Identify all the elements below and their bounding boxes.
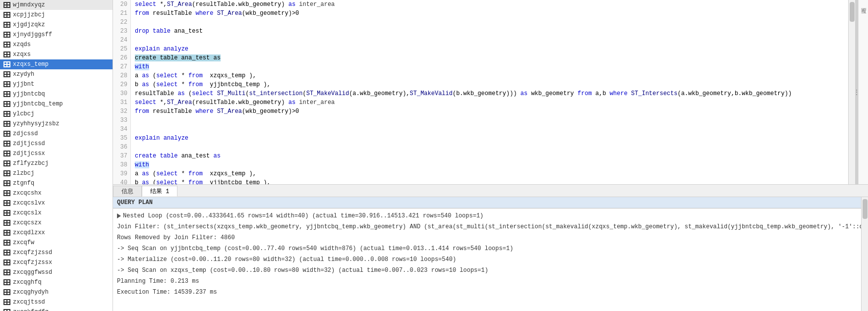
code-area[interactable]: select *,ST_Area(resultTable.wkb_geometr… <box>131 0 855 184</box>
code-editor[interactable]: 2021222324252627282930313233343536373839… <box>113 0 855 184</box>
code-line[interactable]: select *,ST_Area(resultTable.wkb_geometr… <box>135 0 855 9</box>
code-line[interactable]: with <box>135 160 855 169</box>
line-number: 34 <box>113 125 127 134</box>
sidebar-item-xcpjjzbcj[interactable]: xcpjjzbcj <box>0 10 113 20</box>
code-line[interactable]: create table ana_test as <box>135 152 855 160</box>
results-scrollbar[interactable] <box>861 197 868 311</box>
sidebar-item-label: zdjcssd <box>13 130 38 137</box>
code-line[interactable] <box>135 143 855 152</box>
code-line[interactable] <box>135 116 855 125</box>
tab-结果 1[interactable]: 结果 1 <box>142 186 177 197</box>
code-line[interactable]: a as (select * from xzqxs_temp ), <box>135 169 855 178</box>
sidebar-item-zxcqjtssd[interactable]: zxcqjtssd <box>0 297 113 307</box>
sidebar-item-zxcqcshx[interactable]: zxcqcshx <box>0 188 113 198</box>
sidebar-item-zflfyzzbcj[interactable]: zflfyzzbcj <box>0 158 113 168</box>
sidebar-item-wjmndxyqz[interactable]: wjmndxyqz <box>0 0 113 10</box>
code-line[interactable] <box>135 36 855 45</box>
editor-content: 2021222324252627282930313233343536373839… <box>113 0 855 184</box>
query-plan-row: Nested Loop (cost=0.00..4333641.65 rows=… <box>113 210 868 221</box>
line-number: 23 <box>113 27 127 36</box>
sidebar-item-xzqds[interactable]: xzqds <box>0 40 113 50</box>
code-line[interactable]: explain analyze <box>135 134 855 143</box>
table-icon <box>3 288 11 296</box>
sidebar-item-zxcqcslx[interactable]: zxcqcslx <box>0 208 113 218</box>
sidebar-item-ylcbcj[interactable]: ylcbcj <box>0 109 113 119</box>
line-number: 20 <box>113 0 127 9</box>
sidebar-item-label: xjgdjzqkz <box>13 21 45 28</box>
sidebar-item-zxcqfzjzssd[interactable]: zxcqfzjzssd <box>0 248 113 258</box>
table-icon <box>3 21 11 29</box>
sidebar-item-label: ztgnfq <box>13 180 34 187</box>
table-icon <box>3 229 11 237</box>
sidebar-item-xzqxs[interactable]: xzqxs <box>0 50 113 59</box>
table-icon <box>3 278 11 286</box>
sidebar-item-label: xzydyh <box>13 71 34 78</box>
sidebar-item-yjjbntcbq_temp[interactable]: yjjbntcbq_temp <box>0 99 113 109</box>
tab-信息[interactable]: 信息 <box>113 186 142 197</box>
line-number: 30 <box>113 89 127 98</box>
sidebar-item-label: zxcqggfwssd <box>13 269 52 276</box>
sidebar-item-zdjcssd[interactable]: zdjcssd <box>0 129 113 139</box>
sidebar-item-xzydyh[interactable]: xzydyh <box>0 69 113 79</box>
results-content[interactable]: Nested Loop (cost=0.00..4333641.65 rows=… <box>113 208 868 311</box>
sidebar: wjmndxyqzxcpjjzbcjxjgdjzqkzxjnydjggsffxz… <box>0 0 113 311</box>
scrollbar-thumb[interactable] <box>850 2 855 22</box>
sidebar-item-zlzbcj[interactable]: zlzbcj <box>0 168 113 178</box>
code-line[interactable]: select *,ST_Area(resultTable.wkb_geometr… <box>135 98 855 107</box>
sidebar-item-zdjtjcssx[interactable]: zdjtjcssx <box>0 149 113 158</box>
line-number: 32 <box>113 107 127 116</box>
code-line[interactable]: b as (select * from yjjbntcbq_temp ), <box>135 178 855 184</box>
line-number: 31 <box>113 98 127 107</box>
sidebar-item-zxcqghfq[interactable]: zxcqghfq <box>0 277 113 287</box>
line-number: 35 <box>113 134 127 143</box>
sidebar-item-zdjtjcssd[interactable]: zdjtjcssd <box>0 139 113 149</box>
table-icon <box>3 70 11 78</box>
table-icon <box>3 199 11 207</box>
code-line[interactable]: from resultTable where ST_Area(wkb_geome… <box>135 107 855 116</box>
sidebar-item-xjnydjggsff[interactable]: xjnydjggsff <box>0 30 113 40</box>
query-plan-row: Rows Removed by Join Filter: 4860 <box>113 232 868 243</box>
tab-bar: 信息结果 1 <box>113 184 868 197</box>
sidebar-item-label: zdjtjcssd <box>13 140 45 147</box>
sidebar-item-yjjbnt[interactable]: yjjbnt <box>0 79 113 89</box>
sidebar-item-zxcqkfqdfq[interactable]: zxcqkfqdfq <box>0 307 113 311</box>
line-number: 33 <box>113 116 127 125</box>
sidebar-item-zxcqdlzxx[interactable]: zxcqdlzxx <box>0 228 113 238</box>
code-line[interactable]: create table ana_test as <box>135 53 855 62</box>
code-line[interactable]: from resultTable where ST_Area(wkb_geome… <box>135 9 855 18</box>
table-icon <box>3 90 11 98</box>
code-line[interactable]: explain analyze <box>135 45 855 53</box>
code-line[interactable]: with <box>135 62 855 71</box>
editor-scrollbar[interactable] <box>848 0 855 184</box>
sidebar-item-xzqxs_temp[interactable]: xzqxs_temp <box>0 59 113 69</box>
sidebar-item-label: xzqxs_temp <box>13 61 49 68</box>
sidebar-item-ztgnfq[interactable]: ztgnfq <box>0 178 113 188</box>
sidebar-item-zxcqghydyh[interactable]: zxcqghydyh <box>0 287 113 297</box>
sidebar-item-yzyhhysyjzsbz[interactable]: yzyhhysyjzsbz <box>0 119 113 129</box>
sidebar-item-yjjbntcbq[interactable]: yjjbntcbq <box>0 89 113 99</box>
line-number: 26 <box>113 53 127 62</box>
code-line[interactable]: drop table ana_test <box>135 27 855 36</box>
sidebar-item-label: zxcqcshx <box>13 190 42 197</box>
table-icon <box>3 150 11 157</box>
sidebar-item-zxcqcszx[interactable]: zxcqcszx <box>0 218 113 228</box>
code-line[interactable]: b as (select * from yjjbntcbq_temp ), <box>135 80 855 89</box>
sidebar-item-zxcqggfwssd[interactable]: zxcqggfwssd <box>0 267 113 277</box>
code-line[interactable]: a as (select * from xzqxs_temp ), <box>135 71 855 80</box>
sidebar-item-label: zdjtjcssx <box>13 150 45 157</box>
sidebar-item-zxcqcslvx[interactable]: zxcqcslvx <box>0 198 113 208</box>
sidebar-item-xjgdjzqkz[interactable]: xjgdjzqkz <box>0 20 113 30</box>
table-icon <box>3 239 11 247</box>
code-line[interactable] <box>135 125 855 134</box>
code-line[interactable] <box>135 18 855 27</box>
sidebar-item-label: zxcqghydyh <box>13 289 49 296</box>
results-scrollbar-thumb[interactable] <box>863 199 868 219</box>
line-number: 25 <box>113 45 127 53</box>
code-line[interactable]: resultTable as (select ST_Multi(st_inter… <box>135 89 855 98</box>
sidebar-item-zxcqfw[interactable]: zxcqfw <box>0 238 113 248</box>
editor-wrapper: 2021222324252627282930313233343536373839… <box>113 0 868 184</box>
sidebar-item-zxcqfzjzssx[interactable]: zxcqfzjzssx <box>0 258 113 267</box>
expand-triangle-icon[interactable] <box>117 213 121 218</box>
sidebar-item-label: zxcqdlzxx <box>13 229 45 236</box>
table-icon <box>3 169 11 177</box>
